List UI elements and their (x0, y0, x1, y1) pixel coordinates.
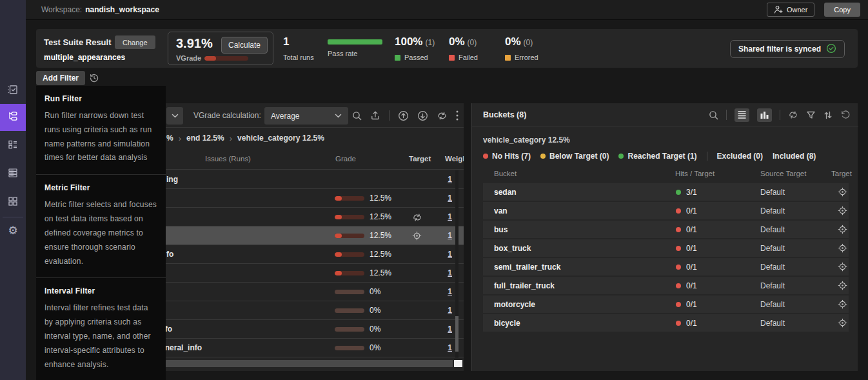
bucket-source-target: Default (760, 244, 785, 253)
add-filter-button[interactable]: Add Filter (36, 71, 85, 85)
status-chip[interactable]: No Hits (7) (483, 152, 531, 161)
target-icon[interactable] (838, 281, 847, 290)
bucket-name: semi_trailer_truck (494, 263, 560, 272)
sync-icon[interactable] (788, 110, 798, 120)
bucket-row[interactable]: van 0/1 Default (483, 202, 849, 219)
bucket-status-dot (676, 302, 681, 307)
check-circle-icon (826, 43, 836, 55)
row-action-icon-slot[interactable] (412, 306, 422, 316)
bucket-row[interactable]: semi_trailer_truck 0/1 Default (483, 258, 849, 275)
menu-item-run-filter[interactable]: Run Filter Run filter narrows down test … (36, 86, 166, 174)
search-icon[interactable] (709, 110, 718, 120)
weight-link[interactable]: 1 (448, 306, 452, 315)
passed-legend-square (395, 55, 400, 61)
target-icon[interactable] (838, 299, 847, 309)
grade-value: 12.5% (370, 268, 391, 277)
bucket-hits-target: 0/1 (686, 300, 697, 309)
passed-group: 100%(1) Passed (395, 35, 435, 61)
bucket-row[interactable]: bicycle 0/1 Default (483, 314, 849, 332)
row-action-icon-slot[interactable] (412, 250, 422, 260)
row-action-icon-slot[interactable] (412, 212, 422, 223)
row-action-icon-slot[interactable] (412, 287, 422, 297)
sidebar-item-settings[interactable]: ⚙ (8, 224, 17, 237)
grade-bar (335, 196, 364, 201)
weight-link[interactable]: 1 (448, 325, 452, 334)
copy-button[interactable]: Copy (824, 3, 860, 17)
weight-link[interactable]: 1 (448, 343, 452, 352)
grade-value: 12.5% (370, 250, 391, 259)
vertical-scrollbar-thumb[interactable] (455, 316, 459, 352)
history-icon[interactable] (89, 73, 99, 83)
workspace-label: Workspace: (41, 5, 82, 14)
bucket-status-dot (676, 208, 681, 214)
row-action-icon-slot[interactable] (412, 343, 422, 354)
sort-icon[interactable] (824, 110, 833, 120)
pass-rate-label: Pass rate (328, 50, 382, 57)
status-chip[interactable]: Excluded (0) (717, 152, 763, 161)
row-action-icon-slot[interactable] (412, 268, 422, 279)
metric-name-fragment: ing (166, 175, 178, 184)
failed-count: (0) (468, 38, 477, 47)
bucket-row[interactable]: sedan 3/1 Default (483, 183, 849, 201)
change-button[interactable]: Change (115, 35, 155, 49)
owner-button[interactable]: Owner (767, 3, 814, 17)
row-action-icon-slot[interactable] (412, 194, 422, 204)
total-runs-value: 1 (283, 35, 314, 48)
weight-link[interactable]: 1 (448, 194, 452, 203)
metric-filter-title: Metric Filter (44, 183, 157, 192)
grade-bar (335, 308, 364, 313)
row-action-icon-slot[interactable] (412, 175, 422, 185)
row-action-icon-slot[interactable] (412, 231, 422, 241)
test-suite-stats-bar: Test Suite Result Change multiple_appear… (36, 29, 858, 68)
chart-view-button[interactable] (757, 108, 772, 122)
status-chip[interactable]: Included (8) (773, 152, 816, 161)
target-icon[interactable] (838, 318, 847, 328)
target-icon[interactable] (838, 262, 847, 272)
weight-link[interactable]: 1 (448, 175, 452, 184)
horizontal-scrollbar-thumb[interactable] (454, 360, 462, 367)
errored-pct: 0% (505, 35, 521, 48)
vertical-scrollbar[interactable] (455, 170, 459, 357)
calculate-button[interactable]: Calculate (221, 37, 268, 54)
row-action-icon-slot[interactable] (412, 325, 422, 335)
buckets-subtitle: vehicle_category 12.5% (483, 135, 570, 145)
weight-link[interactable]: 1 (448, 250, 452, 259)
passed-pct: 100% (395, 35, 422, 48)
status-chip[interactable]: Reached Target (1) (618, 152, 696, 161)
list-view-button[interactable] (735, 108, 749, 122)
menu-item-metric-filter[interactable]: Metric Filter Metric filter selects and … (36, 174, 166, 277)
target-icon[interactable] (838, 243, 847, 253)
weight-link[interactable]: 1 (448, 287, 452, 296)
column-target: Target (831, 170, 852, 177)
total-runs-label: Total runs (283, 54, 314, 61)
menu-item-interval-filter[interactable]: Interval Filter Interval filter refines … (36, 277, 166, 380)
target-icon[interactable] (838, 206, 847, 215)
bucket-hits-target: 0/1 (686, 263, 697, 272)
filter-funnel-icon[interactable] (806, 110, 816, 120)
bucket-source-target: Default (760, 319, 785, 328)
weight-link[interactable]: 1 (448, 231, 452, 240)
target-icon[interactable] (838, 187, 847, 197)
reset-icon[interactable] (840, 110, 851, 120)
column-hits-target: Hits / Target (675, 170, 715, 177)
sidebar-item-test-results[interactable] (7, 84, 19, 98)
bucket-name: sedan (494, 188, 517, 197)
test-suite-result-label: Test Suite Result (44, 37, 112, 47)
weight-link[interactable]: 1 (448, 212, 452, 221)
bucket-row[interactable]: box_truck 0/1 Default (483, 239, 849, 257)
sidebar-item-task-list[interactable] (7, 139, 19, 153)
sidebar-item-runs[interactable] (7, 167, 19, 181)
bucket-row[interactable]: motorcycle 0/1 Default (483, 295, 849, 313)
shared-filter-synced-button[interactable]: Shared filter is synced (730, 40, 845, 58)
status-chip[interactable]: Below Target (0) (540, 152, 609, 161)
add-filter-dropdown-menu: Run Filter Run filter narrows down test … (36, 86, 166, 380)
target-icon[interactable] (838, 225, 847, 234)
weight-link[interactable]: 1 (448, 268, 452, 277)
bucket-row[interactable]: full_trailer_truck 0/1 Default (483, 277, 849, 294)
grade-value: 12.5% (370, 194, 391, 203)
tree-icon (7, 110, 19, 125)
sidebar-item-coverage-tree[interactable] (7, 110, 19, 125)
buckets-panel: Buckets (8) vehicle_category 12.5% No Hi… (471, 103, 858, 371)
sidebar-item-apps[interactable] (7, 195, 19, 210)
bucket-row[interactable]: bus 0/1 Default (483, 221, 849, 238)
